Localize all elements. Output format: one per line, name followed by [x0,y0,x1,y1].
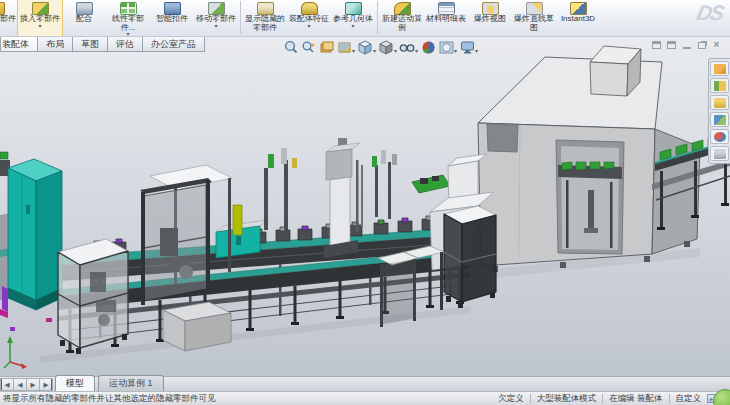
dropdown-caret-icon[interactable]: ▾ [38,24,41,29]
custom-properties-tab[interactable] [710,146,729,161]
ribbon-button-assembly-features[interactable]: 装配体特征 ▾ [287,0,331,37]
green-fixture [412,175,450,193]
dropdown-caret-icon[interactable]: ▾ [415,47,418,54]
status-separator [669,394,670,404]
notification-bubble[interactable] [713,389,730,405]
dropdown-caret-icon[interactable]: ▾ [307,24,310,29]
previous-tab-button[interactable]: ◀ [13,378,27,391]
edit-appearance-icon[interactable] [419,39,437,56]
file-explorer-tab[interactable] [710,95,729,110]
ribbon-button-move-component[interactable]: 移动零部件 ▾ [194,0,238,37]
tab-evaluate[interactable]: 评估 [107,37,143,52]
status-customize[interactable]: 自定义 [676,393,702,405]
tab-office-products[interactable]: 办公室产品 [142,37,205,52]
tab-layout[interactable]: 布局 [37,37,73,52]
status-under-defined: 欠定义 [498,393,524,405]
command-manager-ribbon: 编辑零部件 插入零部件 ▾ 配合 线性零部件... ▾ 智能扣件 移动零部件 ▾ [0,0,730,37]
dropdown-caret-icon[interactable]: ▾ [214,24,217,29]
ribbon-button-instant3d[interactable]: Instant3D [556,0,600,37]
ribbon-button-mate[interactable]: 配合 [62,0,106,37]
first-tab-button[interactable]: ◀ [0,378,14,391]
ribbon-button-bill-of-materials[interactable]: 材料明细表 [424,0,468,37]
ribbon-button-show-hidden-components[interactable]: 显示隐藏的零部件 [243,0,287,37]
gray-floor-box [163,302,231,351]
ribbon-button-smart-fasteners[interactable]: 智能扣件 [150,0,194,37]
dropdown-caret-icon[interactable]: ▾ [351,24,354,29]
tab-motion-study-1[interactable]: 运动算例 1 [98,375,164,391]
restore-down-icon[interactable] [696,40,707,50]
view-palette-icon [714,115,726,125]
design-library-icon [714,81,726,91]
appearances-icon [714,132,726,142]
status-editing-assembly: 在编辑 装配体 [609,393,662,405]
ribbon-button-edit-component[interactable]: 编辑零部件 [0,0,18,37]
ribbon-button-linear-pattern[interactable]: 线性零部件... ▾ [106,0,150,37]
last-tab-button[interactable]: ▶ [39,378,53,391]
minimize-icon[interactable] [681,40,692,50]
zoom-to-area-icon[interactable] [299,39,317,56]
graphics-viewport[interactable]: ▾ ▾ ▾ ▾ ▾ ▾ × [0,36,730,376]
command-manager-tabstrip: 装配体 布局 草图 评估 办公室产品 [0,37,204,52]
file-explorer-icon [714,98,726,108]
previous-view-icon[interactable] [317,39,335,56]
status-separator [602,394,603,404]
design-library-tab[interactable] [710,78,729,93]
assembly-3d-model[interactable] [0,46,730,369]
status-large-assembly-mode: 大型装配体模式 [537,393,597,405]
view-settings-icon[interactable] [458,39,476,56]
tab-sketch[interactable]: 草图 [72,37,108,52]
tab-assembly[interactable]: 装配体 [0,37,38,52]
zoom-to-fit-icon[interactable] [281,39,299,56]
assembly-3d-scene [0,36,730,376]
document-window-controls: × [651,40,722,50]
view-orientation-icon[interactable] [356,39,374,56]
solidworks-window: 编辑零部件 插入零部件 ▾ 配合 线性零部件... ▾ 智能扣件 移动零部件 ▾ [0,0,730,405]
ribbon-button-insert-component[interactable]: 插入零部件 ▾ [18,0,62,37]
appearances-scenes-tab[interactable] [710,129,729,144]
origin-triad [4,336,27,369]
close-icon[interactable]: × [711,40,722,50]
ribbon-button-exploded-view[interactable]: 爆炸视图 [468,0,512,37]
dropdown-caret-icon[interactable]: ▾ [352,47,355,54]
resources-icon [714,64,726,74]
section-view-icon[interactable] [335,39,353,56]
heads-up-view-toolbar: ▾ ▾ ▾ ▾ ▾ ▾ [281,38,479,56]
status-separator [530,394,531,404]
dropdown-caret-icon[interactable]: ▾ [475,47,478,54]
solidworks-resources-tab[interactable] [710,61,729,76]
ribbon-button-new-motion-study[interactable]: 新建运动算例 [380,0,424,37]
status-bar: 将显示所有隐藏的零部件并让其他选定的隐藏零部件可见 欠定义 大型装配体模式 在编… [0,391,730,405]
dropdown-caret-icon[interactable]: ▾ [454,47,457,54]
teal-electrical-cabinet [0,159,62,318]
model-tabs-bar: ◀ ◀ ▶ ▶ 模型 运动算例 1 [0,376,730,391]
dassault-systemes-logo: DS [694,1,724,25]
bottle-masts [264,148,297,230]
display-style-icon[interactable] [377,39,395,56]
tab-model[interactable]: 模型 [55,375,95,391]
status-hint: 将显示所有隐藏的零部件并让其他选定的隐藏零部件可见 [3,393,216,405]
task-pane [708,58,730,164]
window-box-icon[interactable] [651,40,662,50]
white-framed-cabinet [58,239,128,354]
window-box-icon[interactable] [666,40,677,50]
ribbon-separator [377,1,378,34]
white-top-dark-cabinet [444,206,496,308]
ribbon-separator [240,1,241,34]
ribbon-button-reference-geometry[interactable]: 参考几何体 ▾ [331,0,375,37]
dropdown-caret-icon[interactable]: ▾ [373,47,376,54]
rooftop-box [590,46,641,96]
next-tab-button[interactable]: ▶ [26,378,40,391]
view-palette-tab[interactable] [710,112,729,127]
custom-properties-icon [714,149,726,159]
apply-scene-icon[interactable] [437,39,455,56]
dropdown-caret-icon[interactable]: ▾ [394,47,397,54]
right-bottle-stack [372,150,397,219]
ribbon-button-explode-line-sketch[interactable]: 爆炸直线草图 [512,0,556,37]
hide-show-items-icon[interactable] [398,39,416,56]
